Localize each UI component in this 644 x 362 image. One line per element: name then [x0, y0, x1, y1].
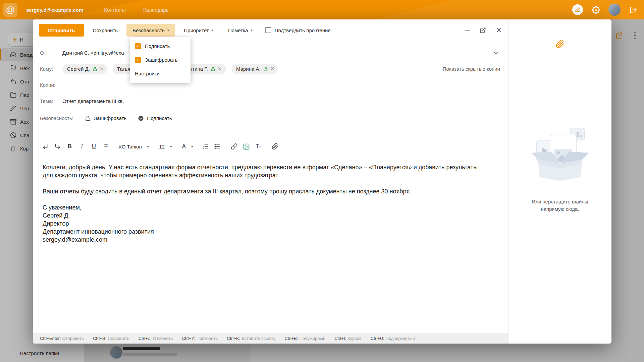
attach-paperclip-icon[interactable]: [555, 40, 565, 49]
new-message-icon[interactable]: [572, 4, 583, 15]
security-dropdown-menu: Подписать Зашифровать Настройки: [130, 37, 191, 83]
security-dropdown-label: Безопасность: [132, 27, 165, 33]
bullet-list-icon[interactable]: [212, 141, 223, 152]
subject-input[interactable]: Отчет департамента III кв.: [62, 98, 500, 104]
security-dropdown-button[interactable]: Безопасность ▾: [126, 24, 175, 37]
signature-line: Департамент инновационного развития: [43, 228, 488, 236]
undo-icon[interactable]: [40, 141, 51, 152]
settings-gear-icon[interactable]: [592, 6, 600, 14]
topbar: @ sergey.d@example.com Контакты Календар…: [0, 0, 644, 19]
caret-down-icon: ▾: [211, 28, 213, 33]
checkbox-checked-icon[interactable]: [135, 57, 141, 63]
shortcuts-bar: Ctrl+Enter:Отправить Ctrl+S:Сохранить Ct…: [33, 333, 508, 344]
signature-line: С уважением,: [43, 203, 488, 212]
compose-toolbar: Отправить Сохранить Безопасность ▾ Приор…: [33, 19, 508, 45]
text-color-button[interactable]: A ▾: [179, 141, 197, 152]
shortcut-hint: Ctrl+B:Полужирный: [284, 336, 325, 341]
sign-option[interactable]: Подписать: [138, 115, 172, 121]
mark-dropdown-button[interactable]: Пометка ▾: [222, 24, 259, 37]
compose-fields: От: Дмитрий С. <dmitry.s@exa Кому: Серге…: [33, 45, 508, 127]
subject-row: Тема: Отчет департамента III кв.: [40, 93, 500, 109]
from-label: От:: [40, 50, 62, 56]
underline-button[interactable]: U: [88, 141, 100, 152]
menu-item-label: Зашифровать: [145, 57, 177, 63]
ordered-list-icon[interactable]: [200, 141, 211, 152]
account-email: sergey.d@example.com: [26, 7, 83, 13]
remove-recipient-icon[interactable]: ×: [271, 65, 274, 72]
attachments-panel: Или перетащите файлы напрямую сюда.: [508, 19, 611, 344]
from-value[interactable]: Дмитрий С. <dmitry.s@exa: [62, 50, 494, 56]
priority-dropdown-label: Приоритет: [184, 27, 209, 33]
cc-label: Копии:: [40, 82, 62, 88]
user-avatar[interactable]: [608, 4, 621, 16]
shortcut-hint: Ctrl+Z:Отменить: [139, 336, 173, 341]
nav-calendar[interactable]: Календарь: [143, 7, 169, 13]
shortcut-hint: Ctrl+Y:Повторить: [182, 336, 218, 341]
lock-icon: [263, 67, 268, 71]
caret-down-icon: ▾: [191, 144, 193, 149]
from-row: От: Дмитрий С. <dmitry.s@exa: [40, 45, 500, 61]
dropzone-hint-line1: Или перетащите файлы: [508, 198, 611, 205]
clear-formatting-icon[interactable]: T×: [253, 141, 264, 152]
recipient-chip[interactable]: Сергей Д. ×: [62, 64, 107, 74]
save-button[interactable]: Сохранить: [87, 24, 124, 37]
security-options: Зашифровать Подписать: [85, 115, 172, 121]
font-size-select[interactable]: 12 ▾: [156, 141, 175, 152]
recipient-name: нтина Г.: [190, 66, 208, 72]
insert-image-icon[interactable]: [240, 141, 252, 152]
sign-label: Подписать: [147, 115, 172, 121]
recipient-chip[interactable]: Марина А. ×: [231, 64, 278, 74]
menu-item-sign[interactable]: Подписать: [130, 39, 191, 53]
checkbox-unchecked-icon[interactable]: [265, 27, 271, 33]
open-in-new-window-icon[interactable]: [480, 27, 486, 34]
menu-item-label: Подписать: [145, 43, 170, 49]
insert-link-icon[interactable]: [228, 141, 240, 152]
app-logo-icon[interactable]: @: [3, 3, 17, 17]
dropzone-illustration: [531, 119, 590, 182]
shortcut-hint: Ctrl+U:Подчеркнутый: [371, 336, 415, 341]
bold-button[interactable]: B: [64, 141, 75, 152]
menu-item-settings[interactable]: Настройки: [130, 67, 191, 80]
caret-down-icon: ▾: [167, 28, 169, 33]
lock-icon: [93, 67, 97, 71]
caret-down-icon: ▾: [147, 144, 149, 149]
minimize-icon[interactable]: [465, 30, 470, 31]
remove-recipient-icon[interactable]: ×: [100, 65, 104, 72]
dropzone-hint: Или перетащите файлы напрямую сюда.: [508, 198, 611, 213]
recipient-name: Татья: [117, 66, 130, 72]
show-bcc-link[interactable]: Показать скрытые копии: [443, 66, 500, 72]
lock-icon: [85, 115, 91, 121]
text-color-a-glyph: A: [182, 143, 186, 150]
menu-item-encrypt[interactable]: Зашифровать: [130, 53, 191, 67]
message-body[interactable]: Коллеги, добрый день. У нас есть стандар…: [33, 155, 508, 244]
italic-button[interactable]: I: [76, 141, 88, 152]
font-size-value: 12: [159, 144, 165, 149]
shortcut-hint: Ctrl+S:Сохранить: [93, 336, 129, 341]
confirm-read-checkbox[interactable]: Подтвердить прочтение: [265, 24, 331, 37]
close-icon[interactable]: ×: [496, 26, 501, 35]
strikethrough-button[interactable]: T: [100, 141, 112, 152]
priority-dropdown-button[interactable]: Приоритет ▾: [178, 24, 219, 37]
recipient-name: Марина А.: [236, 66, 261, 72]
recipient-name: Сергей Д.: [67, 66, 90, 72]
editor-toolbar: B I U T XO Tahion ▾ 12 ▾ A ▾: [33, 138, 508, 155]
signature-line: Сергей Д.: [43, 212, 488, 220]
nav-contacts[interactable]: Контакты: [104, 7, 126, 13]
checkbox-checked-icon[interactable]: [135, 43, 141, 49]
logout-icon[interactable]: [629, 6, 637, 14]
signature-line: sergey.d@example.com: [43, 236, 488, 244]
security-row: Безопасность: Зашифровать Подписать: [40, 109, 500, 127]
shortcut-hint: Ctrl+K:Вставить ссылку: [227, 336, 275, 341]
body-paragraph: Ваши отчеты буду сводить в единый отчет …: [43, 187, 488, 195]
send-button[interactable]: Отправить: [39, 24, 84, 37]
confirm-read-label: Подтвердить прочтение: [275, 27, 331, 33]
cc-row: Копии:: [40, 77, 500, 93]
redo-icon[interactable]: [52, 141, 63, 152]
mark-dropdown-label: Пометка: [228, 27, 248, 33]
chevron-down-icon[interactable]: [494, 50, 498, 54]
recipient-chips: Сергей Д. × Татья нтина Г. ×: [62, 64, 500, 74]
encrypt-option[interactable]: Зашифровать: [85, 115, 126, 121]
font-family-select[interactable]: XO Tahion ▾: [115, 141, 152, 152]
remove-recipient-icon[interactable]: ×: [218, 65, 222, 72]
attach-file-icon[interactable]: [269, 141, 281, 152]
